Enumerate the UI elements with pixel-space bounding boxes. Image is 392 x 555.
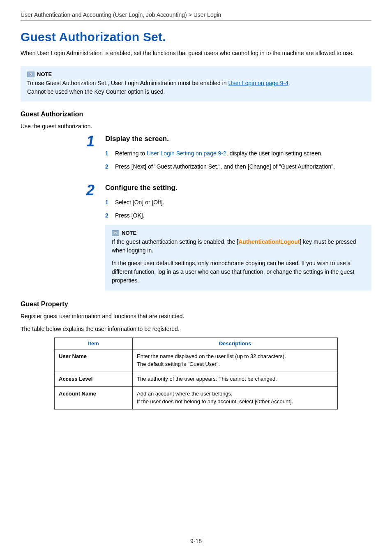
substep-text: Press [Next] of "Guest Authorization Set… [115, 162, 335, 171]
step-1: 1 Display the screen. 1 Referring to Use… [86, 135, 371, 176]
substep-text: Press [OK]. [115, 211, 145, 220]
table-row: Account Name Add an account where the us… [55, 386, 338, 409]
note-p1-pre: If the guest authentication setting is e… [112, 238, 238, 245]
breadcrumb: User Authentication and Accounting (User… [21, 12, 371, 21]
table-cell-desc: Enter the name displayed on the user lis… [133, 349, 338, 372]
intro-text: When User Login Administration is enable… [21, 49, 371, 57]
cell-line: Add an account where the user belongs. [137, 390, 333, 398]
substep-text: Referring to User Login Setting on page … [115, 149, 323, 158]
note-box-inner: NOTE If the guest authentication setting… [105, 225, 371, 291]
note-line2: Cannot be used when the Key Counter opti… [27, 88, 165, 95]
step-title: Configure the setting. [105, 184, 371, 192]
note-label: NOTE [37, 71, 52, 77]
page-title: Guest Authorization Set. [21, 30, 371, 44]
note-box-top: NOTE To use Guest Authorization Set., Us… [21, 66, 371, 102]
cell-line: The default setting is "Guest User". [137, 361, 333, 368]
table-cell-item: User Name [55, 349, 133, 372]
substep-number: 2 [105, 162, 111, 171]
link-user-login-setting[interactable]: User Login Setting on page 9-2 [147, 150, 226, 157]
cell-line: If the user does not belong to any accou… [137, 398, 333, 406]
note-line1-post: . [288, 80, 290, 86]
substep-number: 2 [105, 211, 111, 220]
step-2: 2 Configure the setting. 1 Select [On] o… [86, 184, 371, 291]
substep-pre: Referring to [115, 150, 147, 157]
table-header-desc: Descriptions [133, 338, 338, 349]
header-divider [21, 21, 371, 21]
table-row: Access Level The authority of the user a… [55, 372, 338, 387]
step-title: Display the screen. [105, 135, 371, 143]
section-lead-prop1: Register guest user information and func… [21, 312, 371, 321]
section-lead-prop2: The table below explains the user inform… [21, 325, 371, 333]
table-cell-item: Account Name [55, 386, 133, 409]
cell-line: Enter the name displayed on the user lis… [137, 353, 333, 361]
note-line1-pre: To use Guest Authorization Set., User Lo… [27, 80, 228, 86]
guest-property-table: Item Descriptions User Name Enter the na… [54, 338, 338, 409]
table-row: User Name Enter the name displayed on th… [55, 349, 338, 372]
section-heading-property: Guest Property [21, 301, 371, 308]
step-number: 1 [86, 135, 98, 176]
section-lead-auth: Use the guest authorization. [21, 122, 371, 131]
auth-logout-key: Authentication/Logout [238, 238, 300, 245]
note-para-1: If the guest authentication setting is e… [112, 238, 365, 255]
page-number: 9-18 [0, 538, 392, 544]
substep-number: 1 [105, 198, 111, 207]
svg-point-5 [115, 233, 116, 234]
note-body: To use Guest Authorization Set., User Lo… [27, 79, 365, 96]
svg-point-2 [30, 74, 32, 75]
note-icon [112, 230, 119, 236]
table-cell-desc: The authority of the user appears. This … [133, 372, 338, 387]
table-cell-desc: Add an account where the user belongs. I… [133, 386, 338, 409]
table-header-item: Item [55, 338, 133, 349]
note-icon [27, 72, 35, 77]
link-user-login[interactable]: User Login on page 9-4 [228, 80, 288, 86]
note-label: NOTE [122, 230, 136, 236]
substep-post: , display the user login setting screen. [226, 150, 323, 157]
substep-text: Select [On] or [Off]. [115, 198, 164, 207]
table-cell-item: Access Level [55, 372, 133, 387]
note-para-2: In the guest user default settings, only… [112, 259, 365, 285]
step-number: 2 [86, 184, 98, 291]
section-heading-auth: Guest Authorization [21, 111, 371, 118]
substep-number: 1 [105, 149, 111, 158]
